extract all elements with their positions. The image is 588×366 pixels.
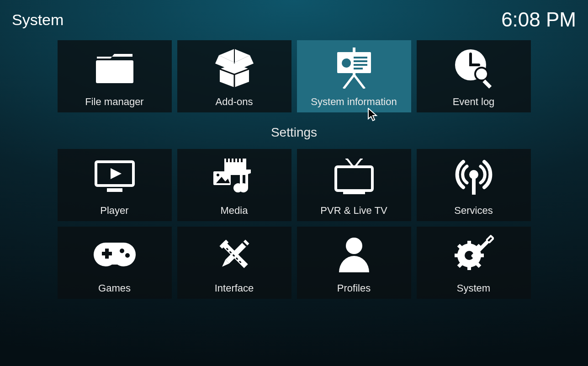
svg-rect-7	[353, 48, 355, 52]
svg-rect-60	[455, 254, 459, 257]
svg-rect-13	[354, 68, 363, 69]
tile-event-log[interactable]: Event log	[417, 40, 531, 112]
svg-rect-0	[96, 60, 133, 83]
media-icon	[212, 159, 257, 195]
tile-label: File manager	[85, 96, 143, 108]
tile-label: Media	[221, 205, 248, 217]
tile-label: Services	[454, 205, 493, 217]
svg-rect-25	[226, 159, 228, 162]
svg-point-32	[217, 174, 219, 176]
tile-label: PVR & Live TV	[320, 205, 387, 217]
tile-player[interactable]: Player	[58, 149, 172, 221]
tile-system-information[interactable]: System information	[297, 40, 411, 112]
svg-point-55	[346, 238, 362, 254]
gamepad-icon	[93, 241, 137, 268]
tile-media[interactable]: Media	[177, 149, 291, 221]
svg-point-44	[125, 253, 130, 258]
svg-point-18	[475, 68, 488, 80]
svg-rect-19	[482, 80, 492, 89]
presentation-icon	[334, 48, 374, 89]
svg-rect-37	[336, 167, 372, 191]
play-monitor-icon	[94, 160, 135, 194]
svg-line-15	[344, 75, 354, 89]
svg-rect-61	[479, 254, 484, 257]
tile-system[interactable]: System	[417, 227, 531, 299]
tools-icon	[215, 235, 254, 274]
folder-icon	[95, 52, 134, 84]
tile-profiles[interactable]: Profiles	[297, 227, 411, 299]
svg-rect-26	[230, 159, 232, 162]
clock-search-icon	[453, 48, 494, 89]
tile-services[interactable]: Services	[417, 149, 531, 221]
settings-grid-2: Games Interface	[54, 227, 534, 299]
svg-rect-27	[233, 159, 235, 162]
svg-rect-12	[354, 64, 367, 66]
tile-label: Interface	[215, 282, 254, 294]
tile-pvr-live-tv[interactable]: PVR & Live TV	[297, 149, 411, 221]
svg-rect-40	[472, 177, 476, 195]
tile-games[interactable]: Games	[58, 227, 172, 299]
tile-label: Profiles	[337, 282, 371, 294]
svg-rect-10	[354, 57, 367, 58]
page-title: System	[12, 11, 64, 29]
svg-rect-38	[343, 191, 365, 194]
tile-file-manager[interactable]: File manager	[58, 40, 172, 112]
svg-rect-42	[105, 249, 109, 259]
mouse-cursor-icon	[368, 108, 379, 122]
top-grid: File manager Add-ons	[54, 40, 534, 112]
tile-label: Games	[98, 282, 131, 294]
gear-tool-icon	[454, 234, 494, 275]
clock: 6:08 PM	[501, 8, 576, 31]
svg-marker-21	[111, 168, 122, 179]
settings-grid-1: Player Media	[54, 149, 534, 221]
svg-rect-22	[107, 188, 122, 192]
tile-label: Player	[100, 205, 128, 217]
broadcast-icon	[454, 158, 493, 196]
svg-line-16	[354, 75, 365, 89]
tile-interface[interactable]: Interface	[177, 227, 291, 299]
tile-add-ons[interactable]: Add-ons	[177, 40, 291, 112]
section-heading: Settings	[0, 125, 588, 140]
tv-icon	[334, 159, 374, 195]
svg-rect-58	[467, 241, 471, 245]
profile-icon	[336, 236, 372, 273]
svg-rect-28	[237, 159, 239, 162]
svg-point-43	[120, 249, 124, 253]
svg-rect-11	[354, 60, 367, 62]
tile-label: System information	[311, 96, 397, 108]
svg-marker-69	[368, 108, 376, 121]
svg-rect-59	[467, 265, 471, 270]
tile-label: System	[457, 282, 490, 294]
tile-label: Add-ons	[216, 96, 253, 108]
svg-rect-29	[241, 159, 243, 162]
tile-label: Event log	[453, 96, 495, 108]
box-icon	[215, 49, 254, 87]
